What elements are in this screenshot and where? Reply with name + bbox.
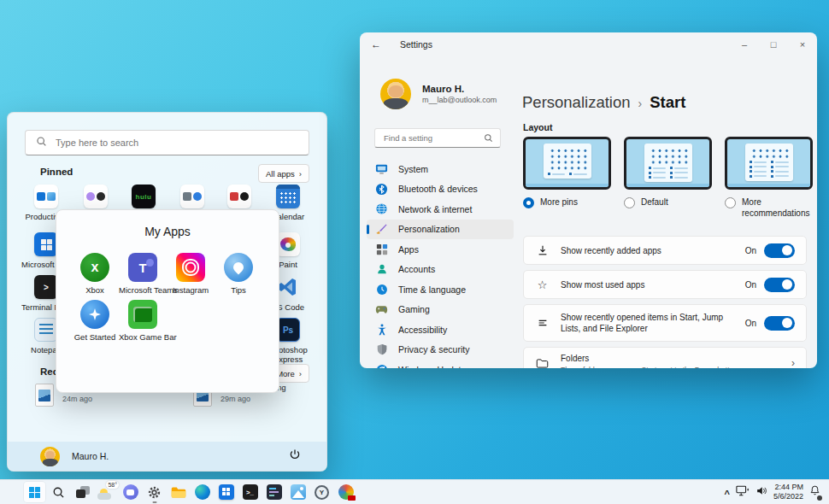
back-button[interactable]: ← xyxy=(371,38,381,50)
system-icon xyxy=(375,162,388,175)
nav-item-accessibility[interactable]: Accessibility xyxy=(367,319,514,340)
chevron-right-icon: › xyxy=(299,169,302,179)
nav-item-personalization[interactable]: Personalization xyxy=(367,220,514,240)
nav-item-time-language[interactable]: Time & language xyxy=(367,279,514,300)
chat-button[interactable] xyxy=(120,482,141,502)
dev-terminal-icon xyxy=(267,484,282,500)
photos-button[interactable] xyxy=(287,482,309,502)
pinned-app-folder-2[interactable] xyxy=(71,185,121,212)
start-search-input[interactable] xyxy=(54,137,298,149)
close-button[interactable]: × xyxy=(788,33,817,56)
terminal-icon: >_ xyxy=(243,484,258,500)
hulu-icon: hulu xyxy=(132,185,156,208)
popup-app-instagram[interactable]: Instagram xyxy=(167,253,215,295)
store-button[interactable] xyxy=(215,482,237,502)
vscode-icon xyxy=(276,275,300,299)
recent-items-icon xyxy=(535,317,550,329)
more-pins-thumbnail xyxy=(523,137,611,190)
recently-opened-items-toggle[interactable] xyxy=(764,316,795,331)
network-icon[interactable] xyxy=(736,484,750,500)
most-used-apps-toggle[interactable] xyxy=(764,278,795,292)
apps-icon xyxy=(375,243,388,255)
file-explorer-icon xyxy=(171,486,186,499)
taskbar: 58° >_ xyxy=(0,479,829,504)
default-radio[interactable] xyxy=(624,197,635,208)
nav-item-network-internet[interactable]: Network & internet xyxy=(367,199,514,220)
taskbar-search-button[interactable] xyxy=(48,482,69,502)
task-view-button[interactable] xyxy=(72,482,93,502)
user-profile-button[interactable]: Mauro H. xyxy=(40,447,109,466)
nav-item-accounts[interactable]: Accounts xyxy=(367,260,514,280)
gear-icon xyxy=(147,485,162,500)
powertoys-button[interactable]: Y xyxy=(311,482,332,502)
notifications-bell-icon[interactable] xyxy=(809,484,820,500)
start-search-box[interactable] xyxy=(25,130,309,155)
row-show-recently-added-apps: Show recently added apps On xyxy=(523,236,807,265)
clock[interactable]: 2:44 PM 5/6/2022 xyxy=(773,483,803,502)
more-pins-radio[interactable] xyxy=(523,197,534,208)
tray-time: 2:44 PM xyxy=(773,483,803,492)
layout-option-more-pins[interactable]: More pins xyxy=(523,137,611,219)
system-tray: ^ 2:44 PM 5/6/2022 xyxy=(725,483,820,502)
settings-search-box[interactable] xyxy=(374,128,501,148)
toggle-state-label: On xyxy=(745,319,756,328)
chevron-right-icon: › xyxy=(791,357,795,368)
row-folders[interactable]: Folders These folders appear on Start ne… xyxy=(523,347,807,368)
accounts-icon xyxy=(375,263,388,276)
folder-title[interactable]: My Apps xyxy=(56,225,279,238)
dev-terminal-button[interactable] xyxy=(263,482,285,502)
nav-item-privacy-security[interactable]: Privacy & security xyxy=(367,340,514,360)
start-button[interactable] xyxy=(24,482,45,502)
more-recommendations-radio[interactable] xyxy=(725,197,736,208)
popup-app-xbox-game-bar[interactable]: Xbox Game Bar xyxy=(119,300,167,342)
maximize-button[interactable]: □ xyxy=(759,33,788,56)
search-icon xyxy=(36,135,47,150)
volume-icon[interactable] xyxy=(756,484,767,500)
popup-app-xbox[interactable]: x Xbox xyxy=(71,253,119,295)
settings-main: Personalization › Start Layout More pins xyxy=(522,56,808,368)
search-icon xyxy=(484,131,493,146)
download-icon xyxy=(535,244,550,256)
pinned-app-folder-4[interactable] xyxy=(215,185,264,212)
file-explorer-button[interactable] xyxy=(168,482,189,502)
utilities-folder-icon xyxy=(180,185,204,208)
apps-folder-icon xyxy=(84,185,108,208)
breadcrumb-separator-icon: › xyxy=(638,97,643,110)
widgets-weather-button[interactable]: 58° xyxy=(96,482,117,502)
account-block[interactable]: Mauro H. m__lab@outlook.com xyxy=(380,79,497,109)
user-name: Mauro H. xyxy=(72,451,109,461)
nav-item-system[interactable]: System xyxy=(367,159,514,179)
tips-icon xyxy=(224,253,253,282)
settings-sidebar: Mauro H. m__lab@outlook.com System Bluet… xyxy=(360,56,520,368)
tray-chevron-up-icon[interactable]: ^ xyxy=(725,489,730,499)
terminal-button[interactable]: >_ xyxy=(239,482,261,502)
popup-app-microsoft-teams[interactable]: T Microsoft Teams xyxy=(119,253,167,295)
recently-added-apps-toggle[interactable] xyxy=(764,243,795,258)
pinned-app-folder-3[interactable] xyxy=(168,185,217,212)
get-started-icon xyxy=(80,300,109,329)
edge-button[interactable] xyxy=(191,482,213,502)
media-app-button[interactable] xyxy=(335,482,356,502)
minimize-button[interactable]: – xyxy=(730,33,759,56)
image-file-icon xyxy=(35,384,54,407)
start-user-bar: Mauro H. xyxy=(8,442,326,471)
settings-search-input[interactable] xyxy=(382,132,479,144)
layout-option-default[interactable]: Default xyxy=(624,137,712,219)
windows-logo-icon xyxy=(29,487,40,498)
nav-item-windows-update[interactable]: Windows Update xyxy=(367,360,514,368)
taskbar-settings-button[interactable] xyxy=(144,482,165,502)
all-apps-button[interactable]: All apps› xyxy=(258,164,309,183)
power-button[interactable] xyxy=(289,448,301,464)
account-name: Mauro H. xyxy=(422,84,497,94)
breadcrumb-personalization[interactable]: Personalization xyxy=(522,93,631,112)
nav-item-bluetooth-devices[interactable]: Bluetooth & devices xyxy=(367,179,514,200)
nav-item-apps[interactable]: Apps xyxy=(367,239,514,260)
productivity-folder-icon xyxy=(34,185,58,208)
nav-item-gaming[interactable]: Gaming xyxy=(367,300,514,320)
network-icon xyxy=(375,202,388,215)
layout-option-more-recommendations[interactable]: More recommendations xyxy=(725,137,813,219)
star-icon: ☆ xyxy=(535,278,550,291)
default-thumbnail xyxy=(624,137,712,190)
popup-app-get-started[interactable]: Get Started xyxy=(71,300,119,342)
popup-app-tips[interactable]: Tips xyxy=(215,253,262,295)
